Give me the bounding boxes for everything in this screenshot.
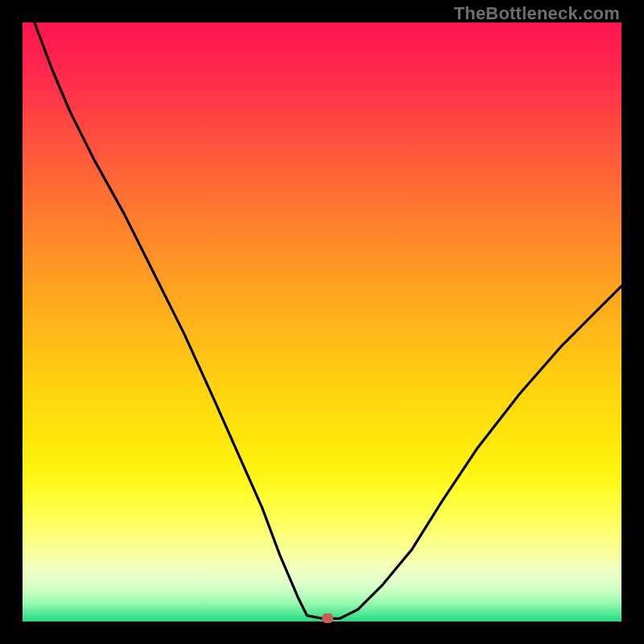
chart-frame: TheBottleneck.com (0, 0, 644, 644)
watermark-text: TheBottleneck.com (454, 3, 620, 24)
optimal-point-marker (322, 613, 333, 623)
bottleneck-curve (0, 0, 644, 644)
